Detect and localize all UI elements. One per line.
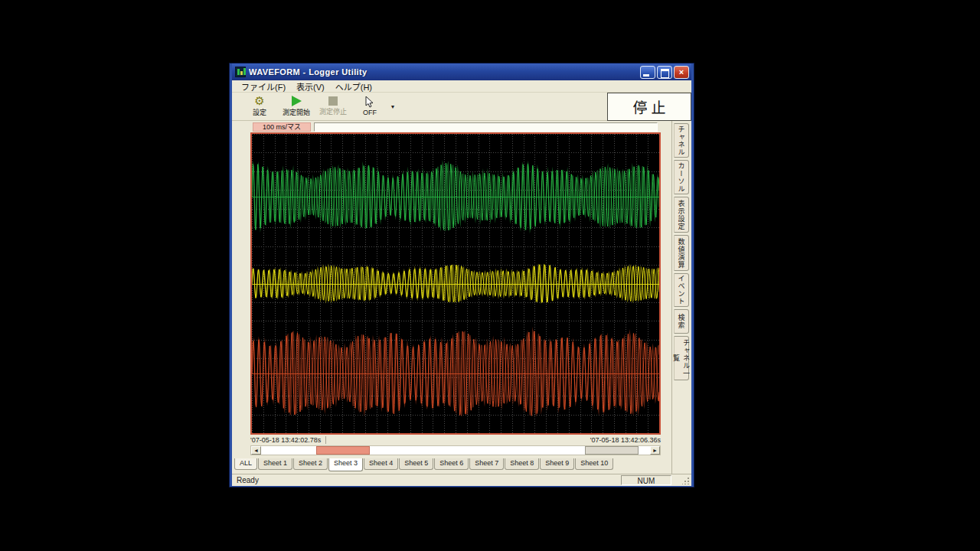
cursor-arrow-icon xyxy=(365,96,374,108)
stop-measure-button[interactable]: 測定停止 xyxy=(315,93,351,119)
sheet-tab-7[interactable]: Sheet 7 xyxy=(469,458,504,470)
sheet-tab-10[interactable]: Sheet 10 xyxy=(575,458,613,470)
scroll-thumb[interactable] xyxy=(585,446,639,455)
sheet-tab-9[interactable]: Sheet 9 xyxy=(540,458,574,470)
sheet-tab-8[interactable]: Sheet 8 xyxy=(505,458,539,470)
toolbar: ⚙ 設定 測定開始 測定停止 OFF ▼ 停止 xyxy=(232,93,691,121)
side-tab-display-settings[interactable]: 表示設定 xyxy=(674,197,689,233)
settings-button[interactable]: ⚙ 設定 xyxy=(241,93,278,119)
menu-view[interactable]: 表示(V) xyxy=(291,80,330,93)
gear-icon: ⚙ xyxy=(254,96,264,106)
sheet-tab-all[interactable]: ALL xyxy=(234,458,257,470)
app-window: WAVEFORM - Logger Utility × ファイル(F) 表示(V… xyxy=(230,64,694,487)
horizontal-scrollbar[interactable]: ◄ ► xyxy=(250,445,661,455)
timestamp-start: '07-05-18 13:42:02.78s xyxy=(250,436,321,444)
stop-square-icon xyxy=(328,96,338,106)
sheet-tab-6[interactable]: Sheet 6 xyxy=(434,458,469,470)
side-tab-numeric-calc[interactable]: 数値演算 xyxy=(674,235,689,271)
side-tab-event[interactable]: イベント xyxy=(674,273,689,307)
timestamp-row: '07-05-18 13:42:02.78s '07-05-18 13:42:0… xyxy=(250,436,661,445)
scroll-left-button[interactable]: ◄ xyxy=(251,446,261,455)
status-bar: Ready NUM xyxy=(232,474,691,486)
chevron-down-icon: ▼ xyxy=(390,104,396,109)
minimize-button[interactable] xyxy=(640,66,655,79)
waveform-canvas[interactable] xyxy=(252,134,659,433)
close-button[interactable]: × xyxy=(674,66,689,79)
menu-help[interactable]: ヘルプ(H) xyxy=(330,80,377,93)
off-mode-button[interactable]: OFF xyxy=(351,93,388,119)
timestamp-divider xyxy=(325,436,326,444)
waveform-panel: 100 ms/マス '07-05-18 13:42:02.78s '07-05-… xyxy=(232,121,671,474)
side-tab-cursor[interactable]: カーソル xyxy=(674,160,689,194)
sheet-tab-bar: ALL Sheet 1 Sheet 2 Sheet 3 Sheet 4 Shee… xyxy=(234,458,614,472)
desktop: WAVEFORM - Logger Utility × ファイル(F) 表示(V… xyxy=(0,0,980,551)
sheet-tab-5[interactable]: Sheet 5 xyxy=(399,458,433,470)
waveform-plot[interactable] xyxy=(250,132,661,435)
main-area: 100 ms/マス '07-05-18 13:42:02.78s '07-05-… xyxy=(232,121,691,474)
mode-dropdown-button[interactable]: ▼ xyxy=(388,93,397,119)
maximize-button[interactable] xyxy=(657,66,672,79)
start-measure-button[interactable]: 測定開始 xyxy=(278,93,315,119)
window-title: WAVEFORM - Logger Utility xyxy=(249,67,640,77)
menubar: ファイル(F) 表示(V) ヘルプ(H) xyxy=(232,80,691,93)
status-num: NUM xyxy=(621,475,671,485)
side-tab-bar: チャネル カーソル 表示設定 数値演算 イベント 検索 チャネル一覧 xyxy=(671,121,691,474)
menu-file[interactable]: ファイル(F) xyxy=(236,80,291,93)
sheet-tab-2[interactable]: Sheet 2 xyxy=(293,458,328,470)
side-tab-channel[interactable]: チャネル xyxy=(674,123,689,158)
play-icon xyxy=(292,96,302,106)
scroll-right-button[interactable]: ► xyxy=(650,446,660,455)
side-tab-search[interactable]: 検索 xyxy=(674,309,689,334)
sheet-tab-3[interactable]: Sheet 3 xyxy=(328,458,363,471)
channel-header-strip xyxy=(314,122,658,132)
sheet-tab-4[interactable]: Sheet 4 xyxy=(364,458,398,470)
resize-grip[interactable] xyxy=(682,477,690,484)
status-ready: Ready xyxy=(237,476,259,484)
time-scale-label: 100 ms/マス xyxy=(253,122,311,132)
app-icon[interactable] xyxy=(235,67,246,77)
stop-button[interactable]: 停止 xyxy=(607,93,691,121)
sheet-tab-1[interactable]: Sheet 1 xyxy=(258,458,292,470)
titlebar[interactable]: WAVEFORM - Logger Utility × xyxy=(232,64,691,80)
side-tab-channel-list[interactable]: チャネル一覧 xyxy=(674,336,689,380)
scroll-range-highlight[interactable] xyxy=(316,446,370,455)
timestamp-end: '07-05-18 13:42:06.36s xyxy=(590,436,661,444)
